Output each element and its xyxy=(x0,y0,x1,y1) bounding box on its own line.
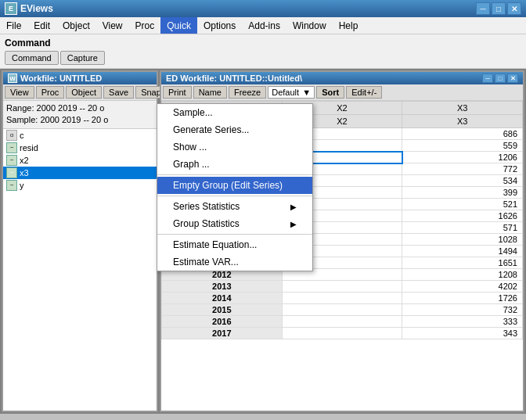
command-buttons: Command Capture xyxy=(5,51,521,65)
menu-separator-2 xyxy=(157,196,312,196)
menu-help[interactable]: Help xyxy=(333,17,365,34)
command-label: Command xyxy=(5,38,521,48)
group-stats-arrow: ▶ xyxy=(290,220,297,228)
title-bar-controls: ─ □ ✕ xyxy=(476,2,521,15)
app-title: EViews xyxy=(20,3,53,14)
menu-item-show[interactable]: Show ... xyxy=(157,138,312,156)
series-stats-arrow: ▶ xyxy=(290,203,297,211)
menu-item-generate[interactable]: Generate Series... xyxy=(157,121,312,138)
menu-edit[interactable]: Edit xyxy=(27,17,56,34)
menu-item-series-stats-label: Series Statistics xyxy=(173,201,240,212)
command-button[interactable]: Command xyxy=(5,51,59,65)
main-content: W Workfile: UNTITLED View Proc Object Sa… xyxy=(0,69,526,414)
quick-menu: Sample... Generate Series... Show ... Gr… xyxy=(157,103,313,271)
menu-item-group-stats[interactable]: Group Statistics ▶ xyxy=(157,215,312,232)
menu-quick[interactable]: Quick xyxy=(160,17,197,34)
minimize-button[interactable]: ─ xyxy=(476,2,490,15)
menu-separator-3 xyxy=(157,234,312,235)
menu-item-empty-group[interactable]: Empty Group (Edit Series) xyxy=(157,177,312,194)
menu-object[interactable]: Object xyxy=(56,17,96,34)
maximize-button[interactable]: □ xyxy=(492,2,506,15)
close-button[interactable]: ✕ xyxy=(507,2,521,15)
menu-separator-1 xyxy=(157,174,312,175)
menu-window[interactable]: Window xyxy=(286,17,333,34)
menu-item-group-stats-label: Group Statistics xyxy=(173,218,240,229)
menu-item-estimate-eq[interactable]: Estimate Equation... xyxy=(157,236,312,253)
app-icon: E xyxy=(5,2,17,15)
command-area: Command Command Capture xyxy=(0,34,526,69)
menu-item-graph[interactable]: Graph ... xyxy=(157,156,312,173)
menu-item-series-stats[interactable]: Series Statistics ▶ xyxy=(157,198,312,215)
menu-view[interactable]: View xyxy=(96,17,129,34)
menu-file[interactable]: File xyxy=(0,17,27,34)
menu-item-estimate-var[interactable]: Estimate VAR... xyxy=(157,253,312,271)
menu-item-sample[interactable]: Sample... xyxy=(157,104,312,121)
title-bar: E EViews ─ □ ✕ xyxy=(0,0,526,17)
menu-proc[interactable]: Proc xyxy=(129,17,161,34)
quick-menu-overlay: Sample... Generate Series... Show ... Gr… xyxy=(0,69,526,414)
menu-bar: File Edit Object View Proc Quick Options… xyxy=(0,17,526,34)
menu-addins[interactable]: Add-ins xyxy=(242,17,286,34)
capture-button[interactable]: Capture xyxy=(60,51,105,65)
menu-options[interactable]: Options xyxy=(197,17,242,34)
